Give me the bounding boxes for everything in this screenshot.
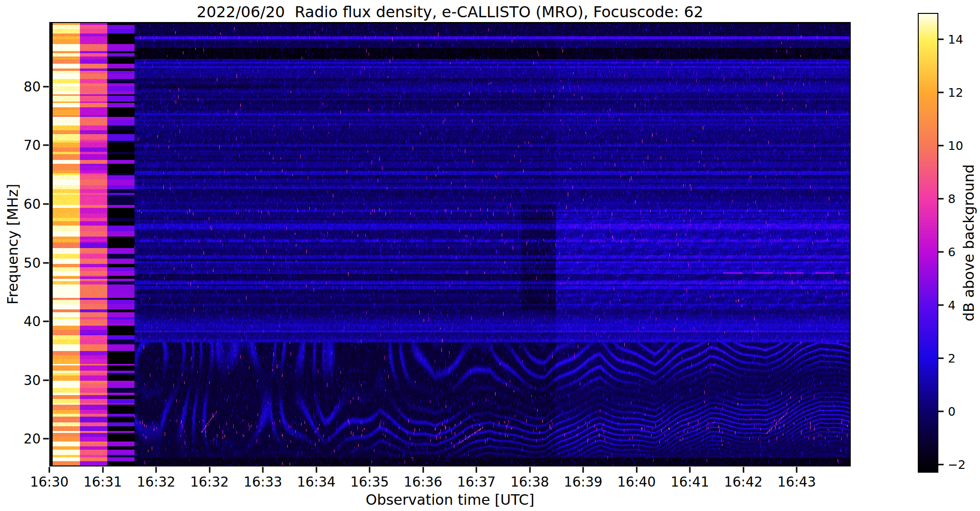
x-tick-label: 16:38 [510,474,549,490]
colorbar-tick-label: 4 [948,298,956,312]
x-tick-label: 16:32 [137,474,176,490]
colorbar-tick-mark [938,464,944,466]
y-tick-label: 30 [23,372,41,388]
y-tick-label: 60 [23,196,41,212]
y-tick-mark [43,204,49,205]
x-tick-mark [315,467,317,473]
spectrogram-figure: 2022/06/20 Radio flux density, e-CALLIST… [0,0,980,511]
x-tick-label: 16:41 [671,474,710,490]
x-tick-label: 16:42 [724,474,763,490]
colorbar-tick-label: 6 [948,245,956,259]
colorbar-tick-mark [938,411,944,412]
y-tick-mark [43,321,49,322]
colorbar-tick-mark [938,251,944,253]
y-tick-mark [43,438,49,440]
chart-title: 2022/06/20 Radio flux density, e-CALLIST… [49,3,851,21]
colorbar-label: dB above background [958,13,979,473]
x-tick-mark [689,467,691,473]
x-tick-label: 16:36 [404,474,442,490]
colorbar-tick-mark [938,358,944,359]
colorbar-tick-mark [938,145,944,147]
y-tick-mark [43,379,49,381]
colorbar-tick-mark [938,39,944,40]
colorbar-tick-label: 0 [948,405,956,419]
x-tick-mark [422,467,424,473]
y-tick-label: 20 [23,431,41,447]
colorbar-tick-mark [938,198,944,200]
colorbar [918,13,938,473]
x-tick-mark [583,467,584,473]
x-tick-label: 16:34 [297,474,336,490]
x-tick-label: 16:31 [83,474,122,490]
y-tick-label: 50 [23,255,41,271]
x-tick-label: 16:33 [244,474,282,490]
colorbar-tick-mark [938,305,944,306]
x-tick-mark [102,467,103,473]
colorbar-tick-label: 8 [948,192,956,206]
x-tick-mark [209,467,210,473]
y-tick-label: 70 [23,137,41,153]
x-tick-label: 16:30 [30,474,69,490]
x-tick-label: 16:40 [617,474,656,490]
x-tick-mark [743,467,744,473]
x-tick-mark [49,467,50,473]
x-tick-mark [476,467,477,473]
x-tick-label: 16:43 [777,474,816,490]
x-tick-label: 16:37 [457,474,496,490]
colorbar-tick-label: 2 [948,352,956,365]
y-tick-mark [43,145,49,146]
x-tick-mark [796,467,798,473]
y-axis-label: Frequency [MHz] [3,22,22,466]
x-axis-label: Observation time [UTC] [49,491,851,508]
spectrogram-canvas [49,22,851,466]
x-tick-label: 16:32 [190,474,229,490]
x-tick-mark [636,467,637,473]
x-tick-mark [262,467,264,473]
x-tick-mark [369,467,371,473]
y-tick-label: 80 [23,79,41,94]
x-tick-mark [156,467,157,473]
y-tick-mark [43,86,49,87]
x-tick-mark [529,467,530,473]
y-tick-mark [43,262,49,263]
y-tick-label: 40 [23,314,41,329]
colorbar-tick-mark [938,92,944,93]
x-tick-label: 16:39 [564,474,603,490]
x-tick-label: 16:35 [350,474,389,490]
